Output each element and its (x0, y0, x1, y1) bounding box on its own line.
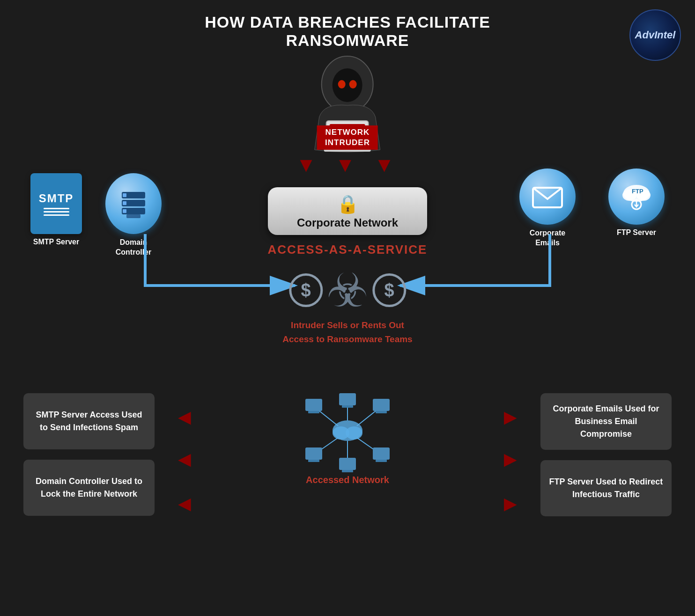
svg-rect-41 (342, 470, 353, 472)
red-arrow-right-1: ▶ (504, 407, 517, 427)
corp-network-title: Corporate Network (297, 216, 398, 229)
dollar-icon-right: $ (372, 273, 406, 307)
accessed-network-label: Accessed Network (306, 475, 389, 485)
biohazard-icon: ☣ (326, 267, 369, 314)
svg-rect-43 (376, 460, 387, 462)
arrow-down-1: ▼ (296, 154, 317, 175)
biohazard-section: $ ☣ $ Intruder Sells or Rents Out Access… (282, 267, 412, 347)
smtp-use-box: SMTP Server Access Used to Send Infectio… (23, 393, 155, 449)
ftp-server-icon: FTP (608, 169, 665, 225)
domain-controller-icon (105, 173, 162, 234)
bottom-left-boxes: SMTP Server Access Used to Send Infectio… (23, 393, 155, 516)
svg-rect-42 (373, 447, 390, 460)
accessed-network-section: Accessed Network (296, 389, 399, 485)
network-intruder-label: NETWORK INTRUDER (317, 125, 378, 150)
arrow-down-2: ▼ (335, 154, 355, 175)
svg-point-2 (338, 80, 346, 88)
svg-rect-35 (342, 405, 353, 408)
hacker-arrows: ▼ ▼ ▼ (296, 154, 395, 175)
ftp-server-item: FTP FTP Server (606, 169, 667, 237)
red-arrow-left-2: ◀ (178, 449, 191, 469)
svg-point-25 (346, 426, 362, 440)
svg-rect-12 (123, 209, 126, 213)
red-arrow-right-3: ▶ (504, 494, 517, 513)
svg-rect-36 (373, 399, 390, 411)
page-container: HOW DATA BREACHES FACILITATE RANSOMWARE … (0, 0, 695, 616)
lock-icon: 🔒 (337, 194, 359, 214)
red-arrow-left-3: ◀ (178, 494, 191, 513)
intruder-sells-label: Intruder Sells or Rents Out Access to Ra… (282, 318, 412, 347)
svg-rect-38 (305, 447, 322, 460)
svg-point-1 (333, 68, 362, 102)
corporate-network-box: 🔒 Corporate Network (268, 187, 427, 235)
svg-rect-8 (123, 193, 126, 197)
hacker-section: NETWORK INTRUDER ▼ ▼ ▼ (301, 51, 395, 175)
svg-rect-37 (376, 411, 387, 413)
svg-rect-10 (123, 201, 126, 205)
smtp-icon: SMTP (30, 173, 82, 234)
svg-rect-32 (305, 399, 322, 411)
domain-controller-use-box: Domain Controller Used to Lock the Entir… (23, 460, 155, 516)
arrow-down-3: ▼ (374, 154, 395, 175)
svg-rect-34 (339, 393, 356, 405)
advintel-logo: AdvIntel (629, 9, 681, 61)
svg-text:FTP: FTP (632, 188, 643, 195)
svg-rect-39 (308, 460, 319, 462)
corporate-emails-use-box: Corporate Emails Used for Business Email… (540, 393, 672, 450)
corporate-emails-icon (519, 169, 576, 225)
svg-point-3 (349, 80, 357, 88)
svg-rect-13 (126, 214, 140, 218)
svg-rect-33 (308, 411, 319, 413)
main-title: HOW DATA BREACHES FACILITATE RANSOMWARE (0, 0, 695, 50)
svg-rect-40 (339, 458, 356, 470)
dollar-icon-left: $ (289, 273, 323, 307)
red-arrow-left-1: ◀ (178, 407, 191, 427)
network-computers-svg (296, 389, 399, 473)
bottom-right-boxes: Corporate Emails Used for Business Email… (540, 393, 672, 516)
ftp-use-box: FTP Server Used to Redirect Infectious T… (540, 460, 672, 516)
red-arrow-right-2: ▶ (504, 449, 517, 469)
